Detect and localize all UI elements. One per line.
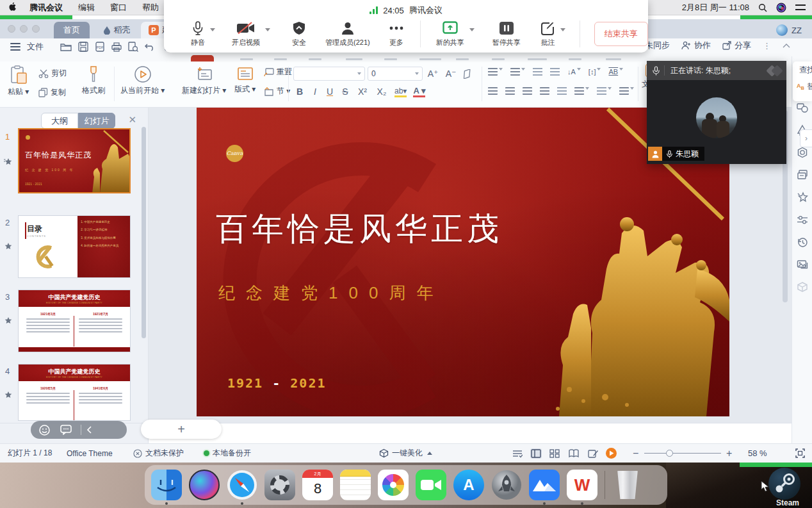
menu-edit[interactable]: 编辑 — [78, 2, 95, 13]
history-version-icon[interactable] — [797, 236, 808, 248]
distribute-icon[interactable] — [557, 87, 567, 95]
font-size-select[interactable]: 0 — [368, 67, 423, 81]
collapse-pill-icon[interactable] — [86, 426, 92, 434]
slide-thumbnail-4[interactable]: 中国共产党建党历史 HISTORY OF THE CHINESE COMMUNI… — [18, 364, 131, 421]
mute-dropdown-icon[interactable] — [210, 28, 215, 31]
protection-status[interactable]: 文档未保护 — [133, 448, 184, 459]
hamburger-menu-icon[interactable] — [10, 41, 20, 53]
align-text-vertical-icon[interactable]: [↕] — [589, 68, 601, 76]
dock-item-safari[interactable] — [227, 470, 257, 500]
decrease-indent-icon[interactable] — [533, 68, 542, 76]
resource-box-icon[interactable] — [797, 281, 808, 293]
dock-item-trash[interactable] — [612, 470, 643, 500]
line-spacing-icon[interactable] — [574, 87, 589, 95]
align-left-icon[interactable] — [488, 87, 498, 95]
bullets-icon[interactable] — [488, 68, 503, 76]
object-layers-icon[interactable] — [797, 169, 808, 181]
tab-docer[interactable]: 稻壳 — [96, 22, 137, 38]
more-options-icon[interactable]: ⋮ — [763, 41, 771, 51]
slide-subtitle[interactable]: 纪念建党100周年 — [218, 282, 444, 304]
notes-bar[interactable]: + 单击此处添加备注 — [0, 423, 792, 443]
numbering-icon[interactable] — [510, 68, 525, 76]
fit-screen-icon[interactable] — [795, 448, 805, 458]
format-painter-button[interactable]: 格式刷 — [82, 65, 105, 96]
dock-item-facetime[interactable] — [416, 470, 446, 500]
annotate-dropdown-icon[interactable] — [560, 28, 565, 31]
start-video-button[interactable]: 开启视频 — [232, 20, 260, 47]
font-color-icon[interactable]: A ▾ — [413, 86, 425, 97]
adjust-sliders-icon[interactable] — [797, 214, 808, 225]
slide-sorter-icon[interactable] — [549, 449, 560, 458]
panel-close-icon[interactable]: ✕ — [128, 115, 136, 124]
increase-font-icon[interactable]: A⁺ — [425, 69, 441, 79]
tab-home[interactable]: 首页 — [54, 22, 90, 38]
slide-title[interactable]: 百年恰是风华正茂 — [216, 208, 503, 250]
zoom-level[interactable]: 58 % — [748, 448, 767, 458]
menu-app-name[interactable]: 腾讯会议 — [29, 2, 63, 13]
traffic-close-button[interactable] — [8, 25, 15, 33]
slide-thumbnail-3[interactable]: 中国共产党建党历史 HISTORY OF THE CHINESE COMMUNI… — [18, 290, 131, 352]
share-dropdown-icon[interactable] — [469, 28, 475, 31]
open-folder-icon[interactable] — [60, 42, 72, 52]
increase-indent-icon[interactable] — [550, 68, 560, 76]
traffic-minimize-button[interactable] — [20, 25, 28, 33]
smart-beautify-icon[interactable] — [797, 192, 808, 203]
copy-button[interactable]: 复制 — [38, 87, 66, 98]
char-spacing-icon[interactable]: AB — [608, 68, 623, 76]
beautify-button[interactable]: 一键美化 — [379, 448, 432, 459]
mute-button[interactable]: 静音 — [191, 20, 205, 47]
slide-thumbnail-2[interactable]: 目录 CONTENTS 1. 中国共产党建党历史 2. 学习七一讲话精神 3. … — [18, 215, 131, 278]
slide-thumbnail-1[interactable]: 百年恰是风华正茂 纪 念 建 党 100 周 年 1921 - 2021 — [18, 128, 131, 193]
notes-toggle-icon[interactable] — [512, 449, 523, 458]
menu-help[interactable]: 帮助 — [142, 2, 159, 13]
control-center-icon[interactable] — [795, 4, 806, 12]
dock-item-notes[interactable] — [340, 470, 371, 500]
replace-button[interactable]: AB 替换 — [793, 78, 812, 95]
chat-icon[interactable] — [60, 425, 72, 435]
new-slide-plus-button[interactable]: + — [141, 420, 222, 439]
find-button[interactable]: 查找 — [793, 61, 812, 78]
new-slide-button[interactable]: 新建幻灯片 ▾ — [182, 65, 226, 96]
dock-item-app-store[interactable]: A — [453, 470, 484, 500]
undo-icon[interactable] — [145, 42, 156, 51]
dock-item-launchpad[interactable] — [491, 470, 522, 500]
cut-button[interactable]: 剪切 — [38, 68, 67, 79]
new-share-button[interactable]: 新的共享 — [436, 20, 464, 47]
superscript-icon[interactable]: X² — [356, 86, 369, 97]
tab-outline[interactable]: 大纲 — [41, 113, 78, 129]
italic-icon[interactable]: I — [311, 86, 319, 97]
menu-clock[interactable]: 2月8日 周一 11:08 — [682, 2, 749, 13]
clear-format-icon[interactable] — [461, 69, 473, 79]
print-icon[interactable] — [111, 42, 122, 52]
align-right-icon[interactable] — [523, 87, 532, 95]
annotate-button[interactable]: 批注 — [541, 20, 555, 47]
user-account[interactable]: ZZ — [776, 24, 802, 36]
dock-item-settings[interactable] — [264, 470, 295, 500]
share-button[interactable]: 分享 — [722, 40, 751, 51]
play-slideshow-button[interactable] — [606, 448, 617, 459]
video-dropdown-icon[interactable] — [265, 28, 270, 31]
paste-button[interactable]: 粘贴 ▾ — [8, 65, 29, 97]
strikethrough-icon[interactable]: S — [341, 86, 350, 97]
panel-expand-handle[interactable]: › — [800, 129, 812, 147]
theme-settings-icon[interactable] — [797, 147, 808, 158]
theme-name[interactable]: Office Theme — [67, 449, 113, 458]
more-button[interactable]: 更多 — [389, 20, 403, 47]
paragraph-spacing-icon[interactable] — [597, 87, 612, 95]
bold-icon[interactable]: B — [295, 86, 305, 97]
emoji-reaction-icon[interactable] — [39, 425, 50, 436]
highlight-color-icon[interactable]: ab▾ — [394, 86, 407, 97]
pause-share-button[interactable]: 暂停共享 — [492, 20, 521, 47]
steam-desktop-icon[interactable] — [768, 468, 800, 500]
justify-icon[interactable] — [540, 87, 549, 95]
smart-spacing-icon[interactable] — [619, 87, 634, 95]
panel-scrollbar[interactable] — [142, 127, 146, 402]
dock-item-calendar[interactable]: 2月 8 — [302, 470, 333, 500]
play-from-current-button[interactable]: 从当前开始 ▾ — [120, 65, 165, 96]
text-direction-icon[interactable]: ↓A — [567, 68, 581, 76]
backup-status[interactable]: 本地备份开 — [204, 448, 251, 459]
dock-item-finder[interactable] — [151, 470, 182, 500]
file-menu[interactable]: 文件 — [27, 41, 44, 53]
decrease-font-icon[interactable]: A⁻ — [443, 69, 459, 79]
image-library-icon[interactable] — [797, 259, 808, 270]
